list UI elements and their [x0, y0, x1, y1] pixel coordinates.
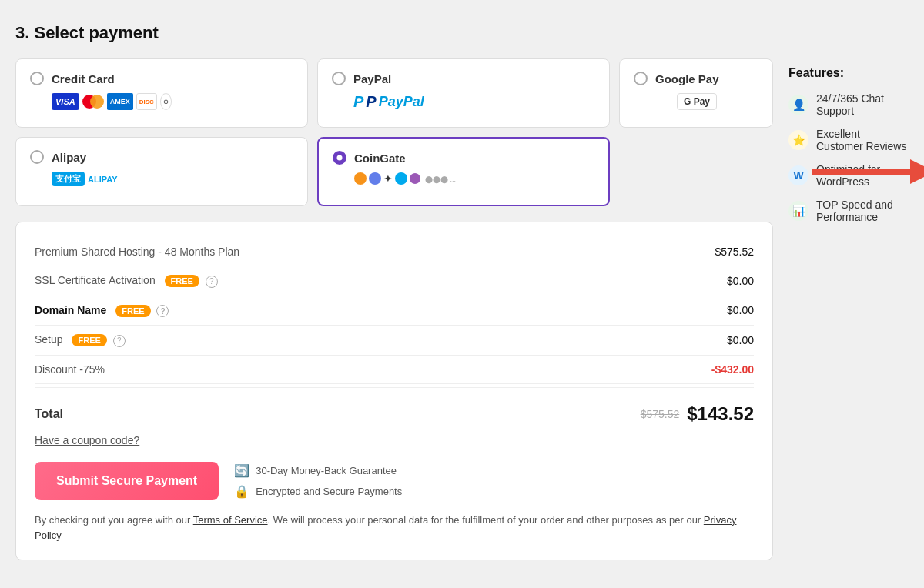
ssl-help-icon[interactable]: ?: [206, 276, 218, 288]
eth-icon: [369, 172, 381, 185]
payment-option-coingate[interactable]: CoinGate ✦ ⬤⬤⬤ ...: [317, 137, 610, 206]
credit-card-label: Credit Card: [52, 72, 115, 85]
feature-reviews: ⭐ Excellent Customer Reviews: [788, 128, 909, 152]
payment-option-paypal[interactable]: PayPal P P PayPal: [317, 58, 610, 128]
ssl-value: $0.00: [727, 275, 754, 287]
tos-link[interactable]: Terms of Service: [193, 514, 268, 526]
domain-value: $0.00: [727, 304, 754, 316]
moneyback-icon: 🔄: [234, 463, 249, 478]
arrow-container: [804, 156, 924, 187]
plus-icon: ✦: [383, 172, 393, 185]
hosting-label: Premium Shared Hosting - 48 Months Plan: [35, 246, 239, 258]
trust-badge-moneyback: 🔄 30-Day Money-Back Guarantee: [234, 463, 402, 478]
ssl-label: SSL Certificate Activation FREE ?: [35, 274, 218, 288]
total-label: Total: [35, 407, 63, 421]
more-cryptos: ⬤⬤⬤ ...: [425, 175, 456, 183]
reviews-icon: ⭐: [788, 130, 808, 150]
domain-free-badge: FREE: [116, 305, 150, 317]
crypto4-icon: [410, 173, 420, 184]
discount-value: -$432.00: [711, 363, 754, 376]
svg-marker-0: [812, 159, 924, 184]
coingate-label: CoinGate: [354, 152, 406, 165]
radio-credit-card[interactable]: [30, 72, 44, 85]
terms-text: By checking out you agree with our Terms…: [35, 513, 754, 545]
page-title: 3. Select payment: [15, 23, 909, 43]
secure-icon: 🔒: [234, 484, 249, 499]
setup-label: Setup FREE ?: [35, 333, 126, 347]
order-row-hosting: Premium Shared Hosting - 48 Months Plan …: [35, 238, 754, 266]
radio-google-pay[interactable]: [634, 72, 648, 85]
paypal-label: PayPal: [353, 72, 391, 85]
paypal-p2: P: [366, 93, 376, 111]
bitcoin-icon: [354, 172, 367, 185]
feature-speed: 📊 TOP Speed and Performance: [788, 199, 909, 223]
google-pay-label: Google Pay: [655, 72, 719, 85]
ltc-icon: [395, 172, 407, 185]
domain-label: Domain Name FREE ?: [35, 304, 169, 318]
reviews-label: Excellent Customer Reviews: [816, 128, 909, 152]
paypal-text: PayPal: [379, 94, 424, 110]
total-values: $575.52 $143.52: [641, 403, 754, 425]
total-row: Total $575.52 $143.52: [35, 391, 754, 434]
moneyback-label: 30-Day Money-Back Guarantee: [256, 465, 397, 476]
total-final: $143.52: [687, 403, 754, 425]
payment-option-google-pay[interactable]: Google Pay G Pay: [619, 58, 773, 128]
payment-option-alipay[interactable]: Alipay 支付宝 ALIPAY: [15, 137, 308, 206]
order-row-ssl: SSL Certificate Activation FREE ? $0.00: [35, 266, 754, 296]
googlepay-badge-container: G Pay: [655, 93, 758, 110]
trust-badges: 🔄 30-Day Money-Back Guarantee 🔒 Encrypte…: [234, 463, 402, 499]
alipay-label: Alipay: [52, 151, 86, 164]
submit-payment-button[interactable]: Submit Secure Payment: [35, 462, 219, 500]
ssl-free-badge: FREE: [165, 275, 199, 287]
trust-badge-secure: 🔒 Encrypted and Secure Payments: [234, 484, 402, 499]
order-row-domain: Domain Name FREE ? $0.00: [35, 296, 754, 326]
setup-value: $0.00: [727, 334, 754, 346]
support-icon: 👤: [788, 95, 808, 115]
coupon-link[interactable]: Have a coupon code?: [35, 434, 754, 446]
alipay-text: ALIPAY: [88, 175, 118, 184]
radio-alipay[interactable]: [30, 150, 44, 164]
features-section: Features: 👤 24/7/365 Chat Support ⭐ Exce…: [788, 58, 909, 560]
paypal-logo: P P PayPal: [353, 93, 595, 111]
paypal-p1: P: [353, 93, 363, 111]
speed-label: TOP Speed and Performance: [816, 199, 909, 223]
card-icons: VISA AMEX DISC ⊙: [52, 93, 293, 110]
radio-coingate[interactable]: [333, 151, 346, 165]
domain-help-icon[interactable]: ?: [156, 305, 169, 317]
total-original: $575.52: [641, 408, 680, 420]
mastercard-icon: [82, 95, 104, 109]
setup-help-icon[interactable]: ?: [113, 335, 126, 347]
order-row-setup: Setup FREE ? $0.00: [35, 326, 754, 356]
googlepay-badge: G Pay: [677, 93, 717, 110]
radio-paypal[interactable]: [332, 72, 346, 85]
submit-row: Submit Secure Payment 🔄 30-Day Money-Bac…: [35, 462, 754, 500]
discount-label: Discount -75%: [35, 363, 105, 376]
amex-icon: AMEX: [107, 93, 133, 110]
support-label: 24/7/365 Chat Support: [816, 92, 909, 117]
speed-icon: 📊: [788, 201, 808, 221]
alipay-logo: 支付宝 ALIPAY: [52, 172, 293, 186]
hosting-value: $575.52: [715, 246, 754, 258]
red-arrow-icon: [804, 156, 924, 187]
setup-free-badge: FREE: [72, 334, 106, 346]
order-row-discount: Discount -75% -$432.00: [35, 356, 754, 384]
discover-icon: DISC: [136, 93, 157, 110]
features-title: Features:: [788, 66, 909, 80]
alipay-icon: 支付宝: [52, 172, 85, 186]
diners-icon: ⊙: [160, 93, 172, 110]
visa-icon: VISA: [52, 93, 79, 110]
payment-option-credit-card[interactable]: Credit Card VISA AMEX DISC ⊙: [15, 58, 308, 128]
feature-support: 👤 24/7/365 Chat Support: [788, 92, 909, 117]
secure-label: Encrypted and Secure Payments: [256, 486, 402, 497]
order-summary: Premium Shared Hosting - 48 Months Plan …: [15, 222, 773, 560]
coingate-icons: ✦ ⬤⬤⬤ ...: [354, 172, 594, 185]
